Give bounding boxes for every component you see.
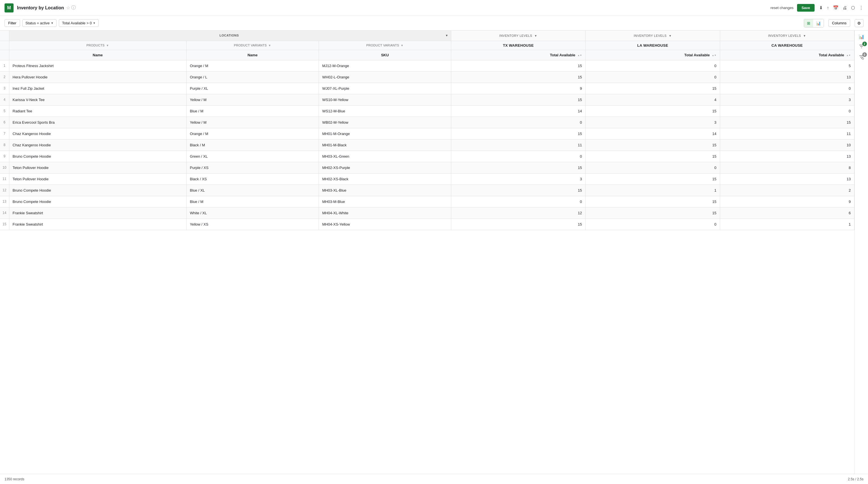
- product-name-cell: Bruno Compete Hoodie: [9, 184, 186, 196]
- ca-total-available-col[interactable]: Total Available ▲▼: [720, 50, 854, 60]
- product-name-cell: Chaz Kangeroo Hoodie: [9, 139, 186, 150]
- tx-total-available-col[interactable]: Total Available ▲▼: [451, 50, 586, 60]
- share-icon[interactable]: ↑: [827, 5, 829, 10]
- row-number: 1: [0, 60, 9, 71]
- table-row[interactable]: 6 Erica Evercool Sports Bra Yellow / M W…: [0, 117, 855, 128]
- table-row[interactable]: 13 Bruno Compete Hoodie Blue / M MH03-M-…: [0, 196, 855, 207]
- ca-inventory-cell: 1: [720, 219, 854, 230]
- table-row[interactable]: 15 Frankie Sweatshirt Yellow / XS MH04-X…: [0, 219, 855, 230]
- inv-group2-arrow[interactable]: ▼: [669, 34, 672, 37]
- table-row[interactable]: 14 Frankie Sweatshirt White / XL MH04-XL…: [0, 207, 855, 219]
- sku-cell: MH04-XL-White: [319, 207, 451, 219]
- products-filter-icon[interactable]: ▼: [106, 44, 109, 47]
- table-row[interactable]: 9 Bruno Compete Hoodie Green / XL MH03-X…: [0, 150, 855, 162]
- la-inventory-cell: 15: [586, 105, 720, 117]
- variants-name-col[interactable]: Name: [186, 50, 319, 60]
- table-settings-button[interactable]: ⚙: [855, 19, 864, 27]
- sku-col[interactable]: SKU: [319, 50, 451, 60]
- filter-button[interactable]: Filter: [4, 19, 20, 27]
- variant-name-cell: Blue / XL: [186, 184, 319, 196]
- toolbar: Filter Status = active ▼ Total Available…: [0, 16, 868, 31]
- row-number: 5: [0, 105, 9, 117]
- variant-name-cell: Orange / M: [186, 128, 319, 139]
- filter-config-sidebar-icon[interactable]: 0: [859, 55, 864, 61]
- row-number: 14: [0, 207, 9, 219]
- row-number: 9: [0, 150, 9, 162]
- header-actions: ⬇ ↑ 📅 🖨 ⬡ ⋮: [819, 5, 864, 10]
- product-variants-subheader1: PRODUCT VARIANTS ▼: [186, 41, 319, 50]
- table-row[interactable]: 5 Radiant Tee Blue / M WS12-M-Blue 14 15…: [0, 105, 855, 117]
- product-name-cell: Frankie Sweatshirt: [9, 219, 186, 230]
- locations-collapse-icon[interactable]: ▾: [446, 34, 448, 37]
- download-icon[interactable]: ⬇: [819, 5, 823, 10]
- variant-name-cell: Green / XL: [186, 150, 319, 162]
- tx-inventory-cell: 0: [451, 196, 586, 207]
- tx-inventory-cell: 11: [451, 139, 586, 150]
- external-link-icon[interactable]: ⬡: [851, 5, 855, 10]
- table-row[interactable]: 4 Karissa V-Neck Tee Yellow / M WS10-M-Y…: [0, 94, 855, 105]
- table-row[interactable]: 12 Bruno Compete Hoodie Blue / XL MH03-X…: [0, 184, 855, 196]
- variants1-filter-icon[interactable]: ▼: [268, 44, 271, 47]
- product-name-cell: Frankie Sweatshirt: [9, 207, 186, 219]
- la-inventory-cell: 15: [586, 207, 720, 219]
- availability-filter-chip[interactable]: Total Available > 0 ▼: [59, 19, 99, 27]
- variant-name-cell: Black / XS: [186, 173, 319, 184]
- reset-changes-button[interactable]: reset changes: [771, 6, 794, 10]
- ca-inventory-cell: 11: [720, 128, 854, 139]
- table-row[interactable]: 3 Inez Full Zip Jacket Purple / XL WJ07-…: [0, 83, 855, 94]
- table-row[interactable]: 7 Chaz Kangeroo Hoodie Orange / M MH01-M…: [0, 128, 855, 139]
- row-number: 3: [0, 83, 9, 94]
- variant-name-cell: White / XL: [186, 207, 319, 219]
- variant-name-cell: Black / M: [186, 139, 319, 150]
- ca-inventory-cell: 13: [720, 150, 854, 162]
- row-num-header: [0, 31, 9, 41]
- products-name-col[interactable]: Name: [9, 50, 186, 60]
- main-content: LOCATIONS ▾ INVENTORY LEVELS ▼ INVENTORY…: [0, 31, 855, 484]
- print-icon[interactable]: 🖨: [842, 5, 847, 10]
- table-row[interactable]: 8 Chaz Kangeroo Hoodie Black / M MH01-M-…: [0, 139, 855, 150]
- inv-group3-arrow[interactable]: ▼: [803, 34, 806, 37]
- variant-name-cell: Blue / M: [186, 196, 319, 207]
- tx-inventory-cell: 0: [451, 150, 586, 162]
- chevron-down-icon: ▼: [93, 22, 96, 25]
- calendar-icon[interactable]: 📅: [833, 5, 839, 10]
- ca-inventory-cell: 13: [720, 173, 854, 184]
- tx-inventory-cell: 15: [451, 128, 586, 139]
- pagination-info: 2.5s / 2.5s: [848, 477, 864, 481]
- product-name-cell: Bruno Compete Hoodie: [9, 150, 186, 162]
- page-layout: LOCATIONS ▾ INVENTORY LEVELS ▼ INVENTORY…: [0, 31, 868, 484]
- variants2-filter-icon[interactable]: ▼: [401, 44, 403, 47]
- row-number: 13: [0, 196, 9, 207]
- product-name-cell: Karissa V-Neck Tee: [9, 94, 186, 105]
- table-row[interactable]: 11 Teton Pullover Hoodie Black / XS MH02…: [0, 173, 855, 184]
- table-row[interactable]: 1 Proteus Fitness Jackshirt Orange / M M…: [0, 60, 855, 71]
- ca-inventory-cell: 3: [720, 94, 854, 105]
- info-icon[interactable]: ⓘ: [71, 5, 76, 11]
- sku-cell: WS10-M-Yellow: [319, 94, 451, 105]
- table-row[interactable]: 10 Teton Pullover Hoodie Purple / XS MH0…: [0, 162, 855, 173]
- filter-sidebar-icon[interactable]: 2: [859, 44, 864, 50]
- inv-group1-arrow[interactable]: ▼: [534, 34, 537, 37]
- sku-cell: WS12-M-Blue: [319, 105, 451, 117]
- sku-cell: MH02-XS-Purple: [319, 162, 451, 173]
- sku-cell: MH03-XL-Green: [319, 150, 451, 162]
- status-filter-chip[interactable]: Status = active ▼: [22, 19, 57, 27]
- sku-cell: WJ07-XL-Purple: [319, 83, 451, 94]
- more-options-icon[interactable]: ⋮: [859, 5, 864, 10]
- sku-cell: MH02-XS-Black: [319, 173, 451, 184]
- chevron-down-icon: ▼: [51, 22, 54, 25]
- table-view-button[interactable]: ⊞: [804, 19, 813, 27]
- save-button[interactable]: Save: [797, 4, 814, 11]
- product-name-cell: Erica Evercool Sports Bra: [9, 117, 186, 128]
- chart-sidebar-icon[interactable]: 📊: [859, 34, 864, 39]
- variant-name-cell: Orange / M: [186, 60, 319, 71]
- star-icon[interactable]: ☆: [66, 5, 70, 10]
- la-inventory-cell: 15: [586, 139, 720, 150]
- columns-button[interactable]: Columns: [829, 19, 850, 27]
- chart-view-button[interactable]: 📊: [813, 19, 824, 27]
- la-total-available-col[interactable]: Total Available ▲▼: [586, 50, 720, 60]
- row-number: 10: [0, 162, 9, 173]
- variant-name-cell: Orange / L: [186, 71, 319, 83]
- table-row[interactable]: 2 Hera Pullover Hoodie Orange / L WH02-L…: [0, 71, 855, 83]
- sku-cell: MH04-XS-Yellow: [319, 219, 451, 230]
